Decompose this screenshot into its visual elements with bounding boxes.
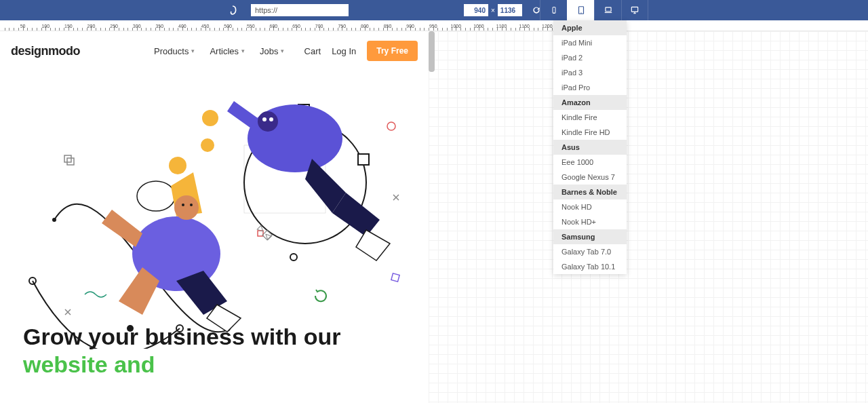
dropdown-item[interactable]: Galaxy Tab 10.1 <box>553 259 627 274</box>
svg-rect-31 <box>64 155 71 162</box>
svg-rect-32 <box>67 158 74 165</box>
svg-point-25 <box>137 181 175 211</box>
svg-point-27 <box>182 204 184 206</box>
device-buttons <box>540 0 648 20</box>
dropdown-group-header: Samsung <box>553 229 627 244</box>
dropdown-item[interactable]: Google Nexus 7 <box>553 170 627 185</box>
dropdown-item[interactable]: Eee 1000 <box>553 155 627 170</box>
dropdown-item[interactable]: Nook HD+ <box>553 214 627 229</box>
dropdown-item[interactable]: Galaxy Tab 7.0 <box>553 244 627 259</box>
svg-point-30 <box>201 138 214 152</box>
svg-rect-17 <box>358 154 369 165</box>
svg-point-18 <box>290 254 297 261</box>
hero-title: Grow your business with our website and <box>23 323 429 379</box>
illustration-svg <box>0 77 429 349</box>
dropdown-group-header: Barnes & Noble <box>553 185 627 199</box>
workspace: designmodo Products▾ Articles▾ Jobs▾ Car… <box>0 31 868 403</box>
svg-point-26 <box>174 195 199 220</box>
svg-rect-34 <box>391 273 399 282</box>
svg-rect-6 <box>631 7 637 12</box>
canvas-grid <box>429 31 868 403</box>
site-nav: Products▾ Articles▾ Jobs▾ <box>154 46 284 56</box>
svg-rect-4 <box>605 7 610 12</box>
dropdown-item[interactable]: iPad Pro <box>553 80 627 95</box>
device-tablet-button[interactable] <box>567 0 594 20</box>
dropdown-item[interactable]: Kindle Fire <box>553 110 627 125</box>
svg-point-33 <box>387 122 395 130</box>
dropdown-item[interactable]: iPad 2 <box>553 50 627 65</box>
dimensions-group: × <box>464 4 541 16</box>
svg-point-22 <box>262 117 267 121</box>
dropdown-group-header: Amazon <box>553 95 627 110</box>
app-logo-icon <box>226 4 239 16</box>
device-laptop-button[interactable] <box>594 0 621 20</box>
site-preview: designmodo Products▾ Articles▾ Jobs▾ Car… <box>0 31 429 403</box>
dropdown-group-header: Apple <box>553 20 627 35</box>
device-preset-dropdown: AppleiPad MiniiPad 2iPad 3iPad ProAmazon… <box>553 20 627 274</box>
svg-point-21 <box>258 111 278 132</box>
ruler: 5010015020025030035040045050055060065070… <box>0 20 868 31</box>
app-toolbar: × <box>0 0 868 20</box>
dropdown-item[interactable]: Nook HD <box>553 199 627 214</box>
hero-illustration: Grow your business with our website and <box>0 77 429 349</box>
try-free-button[interactable]: Try Free <box>367 41 418 61</box>
url-input[interactable] <box>251 4 349 16</box>
dimension-separator: × <box>490 7 496 14</box>
svg-point-11 <box>52 218 56 222</box>
nav-articles[interactable]: Articles▾ <box>210 46 245 56</box>
dropdown-item[interactable]: Kindle Fire HD <box>553 125 627 140</box>
cart-link[interactable]: Cart <box>304 46 321 56</box>
svg-point-23 <box>269 117 273 121</box>
dropdown-item[interactable]: iPad 3 <box>553 65 627 80</box>
site-nav-right: Cart Log In Try Free <box>304 41 418 61</box>
dropdown-group-header: Asus <box>553 140 627 155</box>
preview-scrollbar[interactable] <box>429 31 435 72</box>
svg-point-20 <box>202 110 218 126</box>
dropdown-item[interactable]: iPad Mini <box>553 35 627 50</box>
login-link[interactable]: Log In <box>332 46 356 56</box>
site-header: designmodo Products▾ Articles▾ Jobs▾ Car… <box>0 31 429 71</box>
site-brand[interactable]: designmodo <box>11 44 80 58</box>
nav-products[interactable]: Products▾ <box>154 46 195 56</box>
svg-point-28 <box>190 204 193 206</box>
height-input[interactable] <box>498 4 522 16</box>
width-input[interactable] <box>464 4 488 16</box>
device-desktop-button[interactable] <box>621 0 648 20</box>
device-phone-button[interactable] <box>540 0 567 20</box>
svg-point-29 <box>169 157 186 174</box>
nav-jobs[interactable]: Jobs▾ <box>260 46 284 56</box>
